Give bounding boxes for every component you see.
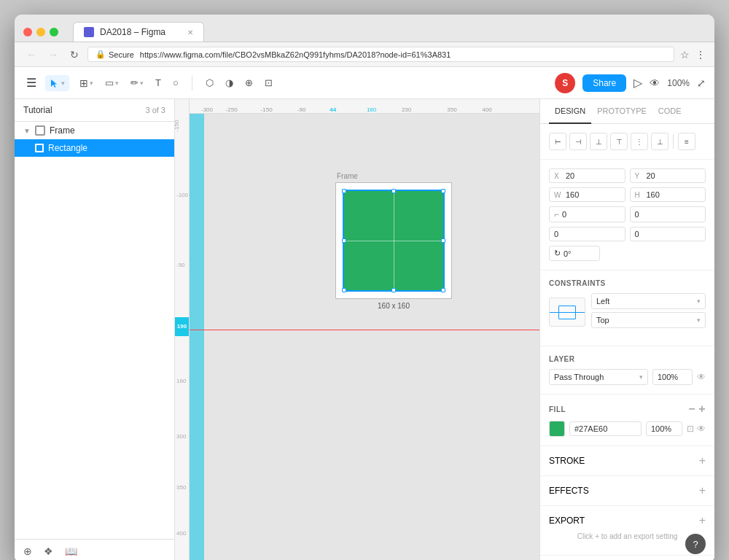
reload-button[interactable]: ↻ (67, 47, 82, 62)
corner-radius-field[interactable]: ⌐ 0 (549, 206, 625, 222)
distribute-button[interactable]: ≡ (678, 133, 695, 150)
rect-layer-label: Rectangle (48, 143, 87, 153)
pen-tool-button[interactable]: ✏ ▾ (126, 74, 148, 91)
h-field[interactable]: H 160 (630, 187, 706, 202)
boolean-icon: ⊕ (245, 77, 253, 88)
browser-tab[interactable]: DA2018 – Figma ✕ (73, 22, 204, 42)
opacity-field[interactable]: 100% (652, 369, 693, 385)
address-bar[interactable]: 🔒 Secure https://www.figma.com/file/CBO2… (87, 47, 674, 62)
align-top-button[interactable]: ⊤ (610, 133, 628, 150)
fill-style-icons: ⊡ 👁 (687, 424, 706, 434)
stroke-add-button[interactable]: + (699, 455, 706, 467)
fill-opacity-field[interactable]: 100% (646, 421, 682, 436)
left-panel: Tutorial 3 of 3 ▼ Frame Rectangle ⊕ ❖ 📖 (15, 99, 175, 560)
rectangle-element[interactable] (343, 190, 444, 291)
lock-icon: 🔒 (95, 50, 106, 59)
layer-frame-item[interactable]: ▼ Frame (15, 122, 174, 139)
shape-chevron-icon: ▾ (115, 79, 119, 87)
fill-add-button[interactable]: + (698, 403, 706, 415)
ruler-tick: 230 (402, 106, 411, 113)
rotation-field[interactable]: ↻ 0° (549, 246, 600, 261)
shape-tool-button[interactable]: ▭ ▾ (101, 74, 123, 91)
zoom-control[interactable]: 100% (667, 78, 690, 88)
text-icon: T (155, 77, 161, 88)
canvas-area[interactable]: -300 -250 -150 -90 44 180 230 350 400 -1… (175, 99, 539, 560)
corner-4-value: 0 (635, 230, 701, 238)
corner-rotation-grid: ⌐ 0 0 0 0 (549, 206, 706, 241)
align-center-v-button[interactable]: ⋮ (631, 133, 648, 150)
user-avatar[interactable]: S (555, 73, 575, 93)
crop-icon: ⊡ (265, 77, 273, 88)
constraint-v-select[interactable]: Top ▾ (591, 312, 706, 328)
ruler-highlight-190: 190 (175, 317, 189, 336)
corner-2-field[interactable]: 0 (630, 206, 706, 222)
menu-icon[interactable]: ⋮ (695, 49, 706, 61)
w-field[interactable]: W 160 (549, 187, 625, 202)
x-field[interactable]: X 20 (549, 168, 625, 183)
ruler-v-tick: 400 (176, 530, 186, 537)
component-tool-button[interactable]: ⬡ (201, 74, 218, 91)
assets-icon[interactable]: 📖 (65, 545, 77, 557)
boolean-tool-button[interactable]: ⊕ (241, 74, 257, 91)
effects-add-button[interactable]: + (699, 485, 706, 497)
y-field[interactable]: Y 20 (630, 168, 706, 183)
back-button[interactable]: ← (23, 47, 39, 62)
share-button[interactable]: Share (582, 74, 626, 92)
maximize-button[interactable] (50, 28, 58, 36)
fill-remove-button[interactable]: − (688, 403, 695, 415)
tab-design[interactable]: DESIGN (549, 99, 591, 124)
component-icon: ⬡ (206, 77, 214, 88)
help-button[interactable]: ? (685, 534, 706, 554)
close-button[interactable] (23, 28, 32, 36)
components-icon[interactable]: ❖ (44, 545, 53, 557)
mask-tool-button[interactable]: ◑ (221, 74, 238, 91)
crop-tool-button[interactable]: ⊡ (260, 74, 277, 91)
tab-code[interactable]: CODE (652, 99, 687, 124)
visibility-toggle[interactable]: 👁 (697, 372, 706, 382)
align-right-button[interactable]: ⊥ (590, 133, 607, 150)
play-icon[interactable]: ▷ (634, 76, 642, 90)
canvas-inner[interactable]: Frame (190, 114, 539, 560)
align-center-h-button[interactable]: ⊣ (569, 133, 587, 150)
minimize-button[interactable] (36, 28, 45, 36)
text-tool-button[interactable]: T (151, 74, 165, 91)
shape-icon: ▭ (105, 77, 114, 88)
constraint-h-select[interactable]: Left ▾ (591, 293, 706, 309)
comment-tool-button[interactable]: ○ (168, 74, 183, 91)
resize-icon[interactable]: ⤢ (697, 77, 706, 89)
forward-button[interactable]: → (45, 47, 61, 62)
ruler-v-tick: 180 (176, 378, 186, 384)
fill-visibility-icon[interactable]: 👁 (697, 424, 706, 434)
ruler-tick: -250 (226, 106, 238, 113)
eye-icon[interactable]: 👁 (650, 77, 660, 89)
tab-close-icon[interactable]: ✕ (187, 28, 193, 36)
align-left-button[interactable]: ⊢ (549, 133, 566, 150)
corner-3-field[interactable]: 0 (549, 227, 625, 241)
fill-style-icon[interactable]: ⊡ (687, 424, 694, 434)
tab-prototype[interactable]: PROTOTYPE (591, 99, 652, 124)
corner-4-field[interactable]: 0 (630, 227, 706, 241)
frame-tool-button[interactable]: ⊞ ▾ (75, 74, 98, 92)
corner-3-value: 0 (554, 230, 620, 238)
ruler-tick: 180 (367, 106, 376, 113)
effects-title: EFFECTS (549, 486, 589, 496)
size-label: 160 x 160 (335, 302, 452, 310)
hamburger-menu-icon[interactable]: ☰ (23, 73, 39, 93)
fill-header: FILL − + (549, 403, 706, 415)
fill-hex-field[interactable]: #27AE60 (569, 421, 642, 436)
bookmark-icon[interactable]: ☆ (680, 49, 690, 61)
frame-box[interactable] (335, 182, 452, 299)
layer-rectangle-item[interactable]: Rectangle (15, 139, 174, 157)
fill-color-swatch[interactable] (549, 421, 565, 437)
blend-mode-select[interactable]: Pass Through ▾ (549, 369, 648, 385)
pen-icon: ✏ (130, 77, 139, 88)
align-bottom-button[interactable]: ⊥ (651, 133, 668, 150)
figma-favicon (84, 27, 94, 37)
frame-wrapper[interactable]: Frame (335, 172, 452, 310)
community-icon[interactable]: ⊕ (23, 545, 32, 557)
tool-group-components: ⬡ ◑ ⊕ ⊡ (201, 74, 277, 91)
move-tool-button[interactable]: ▾ (45, 75, 69, 91)
ruler-tick: -90 (297, 106, 306, 113)
export-add-button[interactable]: + (699, 515, 706, 526)
layers-header: Tutorial 3 of 3 (15, 99, 174, 122)
